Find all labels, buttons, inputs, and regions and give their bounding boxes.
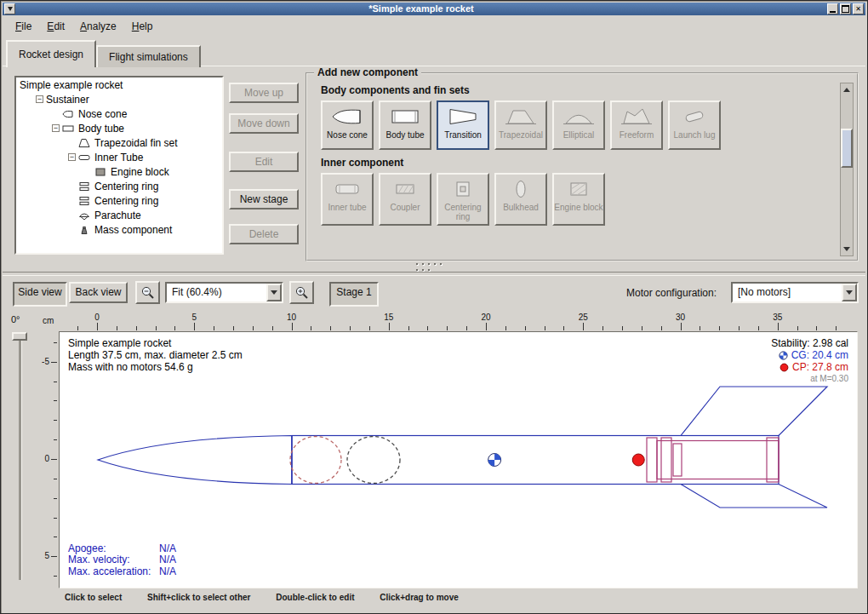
ruler-tick [194,323,195,330]
move-down-button[interactable]: Move down [229,113,299,134]
menu-edit[interactable]: Edit [39,18,72,35]
panel-separator [3,272,865,276]
back-view-button[interactable]: Back view [69,282,128,303]
tree-item-inner-tube[interactable]: −Inner Tube [16,150,222,164]
tab-rocket-design[interactable]: Rocket design [6,40,96,67]
splitter-handle[interactable] [416,263,445,271]
add-bulkhead-button[interactable]: Bulkhead [494,173,547,226]
window-menu-button[interactable] [4,3,15,14]
ruler-number: 35 [773,313,782,322]
tree-item-centering-ring[interactable]: Centering ring [16,179,222,193]
add-trapezoidal-button[interactable]: Trapezoidal [494,100,547,150]
add-engine-block-button[interactable]: Engine block [552,173,605,226]
collapse-handle-icon[interactable]: − [36,95,43,103]
motor-configuration-arrow[interactable] [842,284,857,301]
stage-1-toggle[interactable]: Stage 1 [329,282,379,307]
centeringring-icon [78,195,92,206]
tree-item-sustainer[interactable]: −Sustainer [16,92,222,106]
tree-item-label: Parachute [94,209,141,221]
tab-flight-simulations[interactable]: Flight simulations [96,45,201,67]
new-stage-button[interactable]: New stage [229,189,299,209]
tree-item-centering-ring[interactable]: Centering ring [16,193,222,208]
tree-item-label: Simple example rocket [20,79,123,91]
add-inner-tube-button[interactable]: Inner tube [321,173,374,226]
engineblock-icon [94,166,108,177]
mach-value: at M=0.30 [810,373,848,385]
component-label: Coupler [390,203,420,212]
scroll-down-button[interactable] [841,243,853,255]
ruler-number: 0 [94,313,100,322]
add-launch-lug-button[interactable]: Launch lug [668,100,721,150]
tree-item-body-tube[interactable]: −Body tube [16,121,222,135]
menu-file[interactable]: File [8,18,39,35]
centeringring-icon [446,178,480,200]
motor-configuration-select[interactable]: [No motors] [731,282,859,303]
side-view-button[interactable]: Side view [13,282,67,307]
ruler-tick [778,323,779,330]
tree-item-mass-component[interactable]: Mass component [16,222,222,237]
collapse-handle-icon[interactable]: − [52,124,60,132]
add-elliptical-button[interactable]: Elliptical [552,100,605,150]
scroll-up-button[interactable] [841,83,853,96]
rotation-slider-thumb[interactable] [12,332,27,341]
ruler-tick [350,326,351,330]
delete-button[interactable]: Delete [229,224,299,244]
minimize-button[interactable] [827,3,838,14]
hint-shift-click: Shift+click to select other [147,593,250,602]
zoom-out-button[interactable] [135,281,160,304]
cp-marker [632,454,644,466]
ruler-tick [797,326,798,330]
tree-item-parachute[interactable]: Parachute [16,208,222,222]
component-label: Elliptical [563,130,595,140]
add-freeform-button[interactable]: Freeform [610,100,663,150]
minimize-icon [830,5,836,13]
tree-item-trapezoidal-fin-set[interactable]: Trapezoidal fin set [16,135,222,150]
tree-item-label: Trapezoidal fin set [94,137,178,149]
innertube-icon [78,152,92,163]
rocket-canvas[interactable]: Simple example rocket Length 37.5 cm, ma… [59,331,858,588]
menu-help[interactable]: Help [124,18,161,35]
zoom-select-arrow[interactable] [266,284,282,301]
ruler-number: 25 [579,313,588,322]
ruler-tick [54,479,57,479]
add-body-tube-button[interactable]: Body tube [379,100,431,150]
motor-configuration-label: Motor configuration: [626,287,717,299]
max-acceleration-value: N/A [159,565,176,577]
add-nose-cone-button[interactable]: Nose cone [321,100,374,150]
arrow-down-icon [843,247,850,251]
component-row: Nose coneBody tubeTransitionTrapezoidalE… [321,100,831,150]
close-button[interactable]: ✕ [853,3,864,14]
collapse-handle-icon[interactable]: − [68,153,76,161]
zoom-select[interactable]: Fit (60.4%) [165,282,283,303]
title-bar[interactable]: *Simple example rocket ✕ [3,3,865,15]
zoom-out-icon [140,285,155,300]
component-tree[interactable]: Simple example rocket−SustainerNose cone… [14,76,224,255]
component-scrollbar[interactable] [840,83,854,256]
ruler-tick [97,323,98,330]
chevron-down-icon [846,290,853,295]
rotation-slider-track[interactable] [19,333,22,580]
maximize-icon [842,5,849,13]
ruler-tick [758,326,759,330]
add-coupler-button[interactable]: Coupler [379,173,431,226]
maximize-button[interactable] [840,3,851,14]
freeform-icon [620,106,654,128]
menu-analyze[interactable]: Analyze [72,18,124,35]
rocket-dimensions: Length 37.5 cm, max. diameter 2.5 cm [68,349,243,361]
move-up-button[interactable]: Move up [229,83,299,103]
zoom-in-button[interactable] [289,281,314,304]
rotation-value: 0° [11,314,20,324]
edit-button[interactable]: Edit [229,152,299,172]
ruler-number: 10 [287,313,296,322]
ruler-tick [466,326,467,330]
scrollbar-thumb[interactable] [841,129,853,168]
cp-value: CP: 27.8 cm [792,361,848,373]
transition-icon [446,106,480,128]
add-transition-button[interactable]: Transition [437,100,489,150]
tree-item-engine-block[interactable]: Engine block [16,164,222,179]
status-bar: Click to select Shift+click to select ot… [65,593,865,608]
add-centering-ring-button[interactable]: Centering ring [437,173,489,226]
tree-item-nose-cone[interactable]: Nose cone [16,106,222,121]
tree-item-simple-example-rocket[interactable]: Simple example rocket [16,77,222,92]
cg-icon [779,351,788,360]
